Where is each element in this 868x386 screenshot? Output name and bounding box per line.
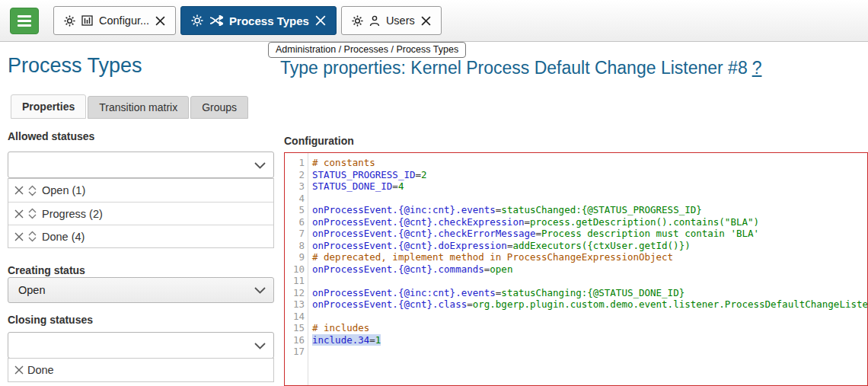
tab-transition-matrix[interactable]: Transition matrix: [88, 96, 189, 119]
code-line: onProcessEvent.{@cnt}.commands=open: [312, 263, 867, 276]
gear-icon: [352, 15, 363, 27]
line-number: 11: [285, 275, 305, 287]
chevron-down-icon: [254, 158, 266, 172]
creating-status-label: Creating status: [8, 264, 85, 276]
creating-status-select[interactable]: Open: [8, 277, 274, 303]
page-title: Process Types: [8, 54, 142, 78]
code-line: [312, 275, 867, 287]
line-number: 16: [285, 334, 305, 346]
allowed-statuses-list: Open (1)Progress (2)Done (4): [8, 178, 274, 248]
remove-icon[interactable]: [14, 209, 24, 219]
tab-process-types[interactable]: Process Types: [180, 6, 337, 35]
line-number: 3: [285, 180, 305, 193]
line-number: 8: [285, 240, 305, 252]
allowed-statuses-label: Allowed statuses: [8, 130, 94, 142]
code-line: STATUS_PROGRESS_ID=2: [312, 169, 867, 181]
list-item-label: Done: [27, 364, 54, 376]
code-line: [312, 193, 867, 205]
tab-label: Process Types: [229, 14, 309, 27]
help-link[interactable]: ?: [752, 58, 762, 78]
chevron-down-icon: [254, 339, 266, 353]
code-line: [312, 311, 867, 323]
list-item: Done: [8, 359, 273, 381]
code-line: onProcessEvent.{@cnt}.doExpression=addEx…: [312, 240, 867, 252]
breadcrumb: Administration / Processes / Process Typ…: [268, 42, 466, 58]
line-number: 15: [285, 322, 305, 334]
line-number: 4: [285, 193, 305, 205]
tab-configuration[interactable]: Configur...: [53, 6, 176, 35]
closing-statuses-combobox[interactable]: [8, 332, 274, 359]
list-item: Open (1): [8, 179, 273, 202]
list-item-label: Done (4): [42, 231, 85, 243]
code-line: include.34=1: [312, 334, 867, 346]
closing-statuses-label: Closing statuses: [8, 314, 93, 326]
code-line: onProcessEvent.{@inc:cnt}.events=statusC…: [312, 287, 867, 299]
selected-value: Open: [18, 284, 45, 296]
close-icon[interactable]: [155, 16, 165, 26]
close-icon[interactable]: [315, 15, 326, 26]
tab-label: Users: [386, 14, 415, 27]
remove-icon[interactable]: [14, 185, 24, 196]
line-number: 12: [285, 287, 305, 299]
type-properties-title: Type properties: Kernel Process Default …: [280, 58, 761, 78]
list-item: Progress (2): [8, 202, 273, 225]
remove-icon[interactable]: [14, 365, 24, 375]
line-number: 13: [285, 298, 305, 311]
code-line: # constants: [312, 157, 867, 169]
sort-handle-icon[interactable]: [26, 230, 39, 243]
line-numbers-gutter: 1234567891011121314151617: [285, 153, 308, 385]
line-number: 1: [285, 157, 305, 169]
tab-properties[interactable]: Properties: [11, 94, 86, 119]
line-number: 7: [285, 228, 305, 240]
line-number: 14: [285, 311, 305, 323]
tab-users[interactable]: Users: [341, 6, 442, 35]
gear-icon: [191, 14, 203, 27]
line-number: 6: [285, 216, 305, 228]
list-item: Done (4): [8, 225, 273, 247]
line-number: 9: [285, 251, 305, 263]
close-icon[interactable]: [421, 16, 431, 26]
menu-button[interactable]: [10, 8, 39, 34]
chart-columns-icon: [81, 15, 93, 26]
list-item-label: Open (1): [42, 184, 85, 196]
code-line: onProcessEvent.{@cnt}.class=org.bgerp.pl…: [312, 298, 867, 311]
shuffle-icon: [209, 15, 223, 26]
line-number: 10: [285, 263, 305, 276]
tab-groups[interactable]: Groups: [190, 96, 248, 119]
code-line: onProcessEvent.{@cnt}.checkErrorMessage=…: [312, 228, 867, 240]
line-number: 17: [285, 346, 305, 358]
sort-handle-icon[interactable]: [26, 207, 39, 220]
gear-icon: [64, 15, 75, 27]
line-number: 2: [285, 169, 305, 181]
line-number: 5: [285, 204, 305, 216]
sort-handle-icon[interactable]: [26, 184, 39, 197]
list-item-label: Progress (2): [42, 208, 103, 220]
top-tab-bar: Configur... Process Types Users: [0, 0, 868, 42]
person-icon: [369, 15, 380, 27]
code-line: # includes: [312, 322, 867, 334]
code-line: STATUS_DONE_ID=4: [312, 180, 867, 193]
chevron-down-icon: [254, 283, 266, 297]
code-line: onProcessEvent.{@inc:cnt}.events=statusC…: [312, 204, 867, 216]
tab-label: Configur...: [99, 14, 149, 27]
closing-statuses-list: Done: [8, 358, 274, 382]
code-area: # constantsSTATUS_PROGRESS_ID=2STATUS_DO…: [308, 153, 867, 385]
code-line: [312, 346, 867, 358]
configuration-label: Configuration: [284, 135, 354, 147]
code-line: # deprecated, implement method in Proces…: [312, 251, 867, 263]
type-properties-text: Type properties: Kernel Process Default …: [280, 58, 748, 78]
properties-tab-bar: Properties Transition matrix Groups: [11, 94, 248, 119]
remove-icon[interactable]: [14, 231, 24, 242]
code-line: onProcessEvent.{@cnt}.checkExpression=pr…: [312, 216, 867, 228]
configuration-editor[interactable]: 1234567891011121314151617 # constantsSTA…: [284, 152, 868, 386]
allowed-statuses-combobox[interactable]: [8, 152, 274, 178]
